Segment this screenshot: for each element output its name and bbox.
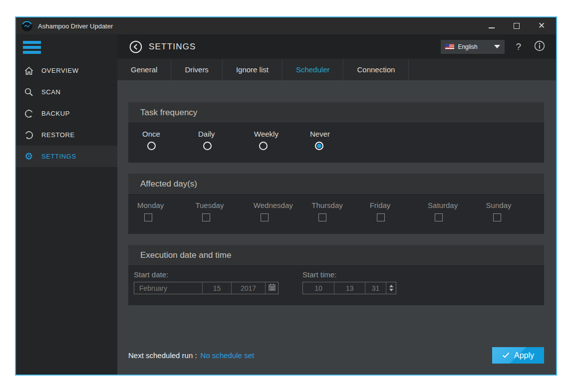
radio-never[interactable] (315, 142, 323, 150)
close-icon: ✕ (538, 22, 545, 29)
gear-icon: ⚙ (24, 152, 34, 162)
day-option-friday[interactable]: Friday (370, 201, 428, 234)
info-icon (534, 40, 545, 53)
sidebar-item-scan[interactable]: SCAN (16, 81, 117, 103)
next-run-value: No schedule set (201, 351, 255, 360)
sidebar-item-label: RESTORE (41, 131, 75, 139)
main-panel: SETTINGS English ? (117, 34, 556, 375)
page-title: SETTINGS (149, 42, 196, 52)
minimize-icon (489, 27, 495, 28)
calendar-picker-button[interactable] (265, 282, 278, 294)
sidebar-item-label: SETTINGS (41, 153, 76, 160)
backup-circular-arrow-icon (24, 109, 34, 119)
radio-once[interactable] (147, 142, 156, 150)
hours-field[interactable]: 10 (303, 282, 334, 294)
radio-label: Never (310, 130, 366, 138)
checkbox-tuesday[interactable] (202, 213, 210, 221)
year-field[interactable]: 2017 (231, 282, 265, 294)
magnifier-icon (24, 87, 34, 97)
day-label: Sunday (486, 201, 544, 209)
radio-option-never[interactable]: Never (310, 130, 366, 163)
day-option-thursday[interactable]: Thursday (311, 201, 369, 234)
start-date-group: Start date: February 15 2017 (134, 270, 279, 305)
seconds-field[interactable]: 31 (365, 282, 386, 294)
sidebar: OVERVIEW SCAN (16, 34, 117, 375)
home-icon (24, 66, 34, 76)
section-title: Execution date and time (128, 245, 544, 266)
start-date-label: Start date: (134, 270, 279, 279)
radio-option-weekly[interactable]: Weekly (254, 130, 310, 163)
checkbox-friday[interactable] (377, 213, 385, 221)
start-time-group: Start time: 10 13 31 (302, 270, 396, 305)
day-option-wednesday[interactable]: Wednesday (254, 201, 311, 234)
day-label: Monday (137, 201, 195, 209)
settings-tabs: General Drivers Ignore list Scheduler Co… (117, 59, 556, 80)
maximize-button[interactable] (513, 22, 520, 29)
start-time-label: Start time: (302, 270, 396, 279)
radio-daily[interactable] (203, 142, 212, 150)
next-run-label: Next scheduled run : (128, 351, 197, 360)
tab-scheduler[interactable]: Scheduler (283, 59, 344, 80)
radio-option-daily[interactable]: Daily (198, 130, 254, 163)
settings-header: SETTINGS English ? (117, 34, 556, 59)
info-button[interactable] (534, 40, 545, 53)
spinner-up-icon (389, 285, 393, 287)
checkbox-wednesday[interactable] (261, 213, 269, 221)
section-title: Affected day(s) (128, 174, 544, 195)
day-label: Tuesday (195, 201, 253, 209)
close-button[interactable]: ✕ (538, 22, 545, 29)
tab-ignore-list[interactable]: Ignore list (223, 59, 283, 80)
page-background: Ashampoo Driver Updater ✕ (0, 0, 572, 392)
minutes-field[interactable]: 13 (334, 282, 365, 294)
day-option-monday[interactable]: Monday (137, 201, 195, 234)
day-option-saturday[interactable]: Saturday (428, 201, 486, 234)
task-frequency-section: Task frequency Once Daily Week (128, 102, 544, 163)
radio-label: Once (142, 130, 198, 138)
apply-label: Apply (514, 351, 534, 360)
sidebar-item-backup[interactable]: BACKUP (16, 103, 117, 124)
back-button[interactable] (129, 40, 142, 53)
apply-button[interactable]: Apply (492, 347, 544, 364)
time-spinner[interactable] (386, 282, 396, 294)
window-controls: ✕ (488, 22, 549, 29)
hamburger-menu-icon[interactable] (23, 41, 41, 54)
month-field[interactable]: February (134, 282, 202, 294)
radio-option-once[interactable]: Once (142, 130, 198, 163)
start-time-input: 10 13 31 (302, 282, 396, 294)
start-date-input: February 15 2017 (134, 282, 279, 294)
scheduler-footer: Next scheduled run : No schedule set App… (128, 347, 544, 364)
help-icon: ? (516, 41, 521, 52)
day-label: Thursday (311, 201, 369, 209)
minimize-button[interactable] (488, 22, 495, 29)
checkbox-thursday[interactable] (318, 213, 326, 221)
language-value: English (458, 43, 477, 50)
maximize-icon (514, 23, 520, 29)
tab-connection[interactable]: Connection (343, 59, 409, 80)
sidebar-item-overview[interactable]: OVERVIEW (16, 60, 117, 81)
help-button[interactable]: ? (516, 41, 521, 52)
checkbox-sunday[interactable] (493, 213, 501, 221)
sidebar-item-restore[interactable]: RESTORE (16, 124, 117, 146)
checkbox-saturday[interactable] (435, 213, 443, 221)
tab-general[interactable]: General (117, 59, 171, 80)
app-window: Ashampoo Driver Updater ✕ (15, 16, 557, 376)
radio-weekly[interactable] (259, 142, 268, 150)
us-flag-icon (445, 44, 454, 49)
section-title: Task frequency (128, 102, 544, 123)
day-label: Saturday (428, 201, 486, 209)
radio-label: Daily (198, 130, 254, 138)
calendar-icon (268, 283, 276, 293)
radio-label: Weekly (254, 130, 310, 138)
day-option-tuesday[interactable]: Tuesday (195, 201, 253, 234)
checkbox-monday[interactable] (144, 213, 152, 221)
affected-days-section: Affected day(s) Monday Tuesday (128, 174, 544, 234)
app-logo-icon (21, 20, 33, 32)
tab-drivers[interactable]: Drivers (171, 59, 223, 80)
day-option-sunday[interactable]: Sunday (486, 201, 544, 234)
day-field[interactable]: 15 (202, 282, 231, 294)
sidebar-item-settings[interactable]: ⚙ SETTINGS (16, 146, 117, 167)
spinner-down-icon (389, 289, 393, 291)
sidebar-item-label: SCAN (41, 88, 61, 96)
day-label: Friday (370, 201, 428, 209)
language-dropdown[interactable]: English (441, 40, 505, 54)
